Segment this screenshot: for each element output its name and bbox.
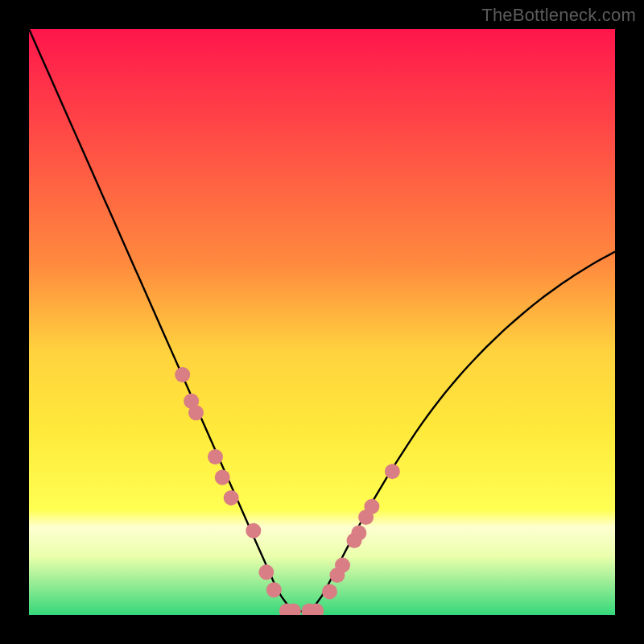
sample-point [215, 469, 230, 485]
sample-point [351, 526, 366, 541]
chart-container: TheBottleneck.com [0, 0, 644, 644]
sample-point [385, 464, 400, 479]
sample-point [322, 584, 337, 599]
sample-point [224, 490, 239, 506]
sample-point [364, 499, 379, 514]
sample-point [188, 405, 204, 420]
plot-area [29, 29, 615, 615]
gradient-background [29, 29, 615, 615]
sample-point [208, 449, 223, 464]
watermark: TheBottleneck.com [481, 5, 636, 26]
sample-point [266, 582, 282, 597]
plot-svg [29, 29, 615, 615]
sample-point [335, 558, 350, 573]
sample-point [175, 367, 190, 382]
sample-point [258, 564, 274, 580]
sample-point [246, 523, 261, 539]
